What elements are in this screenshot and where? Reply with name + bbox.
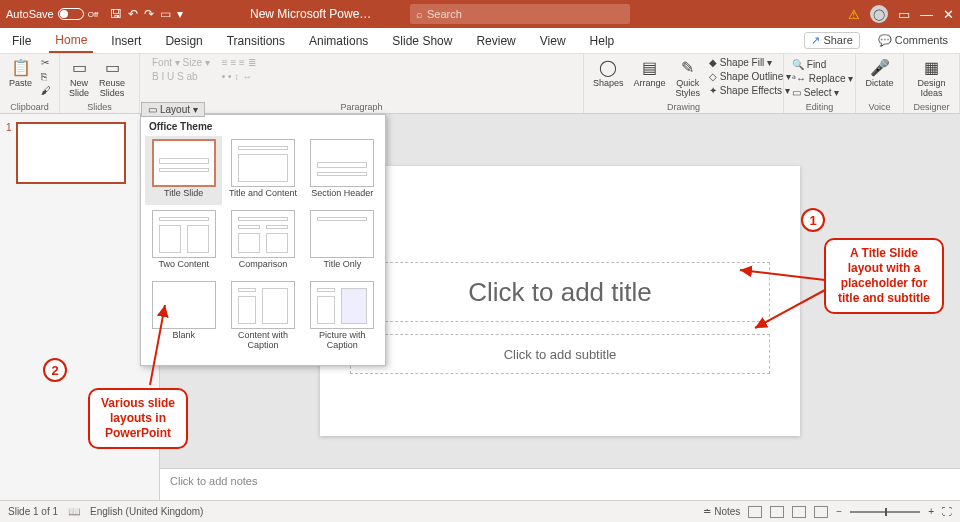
close-icon[interactable]: ✕	[943, 7, 954, 22]
find-button[interactable]: 🔍 Find	[790, 58, 849, 71]
normal-view-button[interactable]	[748, 506, 762, 518]
group-drawing-label: Drawing	[590, 102, 777, 113]
search-icon: ⌕	[416, 8, 423, 20]
arrange-button[interactable]: ▤Arrange	[631, 56, 669, 90]
shape-effects-button[interactable]: ✦ Shape Effects ▾	[707, 84, 793, 97]
undo-icon[interactable]: ↶	[128, 7, 138, 21]
zoom-in-button[interactable]: +	[928, 506, 934, 517]
tab-transitions[interactable]: Transitions	[221, 30, 291, 52]
document-title: New Microsoft Powe…	[250, 7, 371, 21]
tab-insert[interactable]: Insert	[105, 30, 147, 52]
layout-button[interactable]: ▭ Layout ▾	[141, 102, 205, 117]
share-button[interactable]: ↗ Share	[804, 32, 859, 49]
tab-file[interactable]: File	[6, 30, 37, 52]
replace-button[interactable]: ᵃ↔ Replace ▾	[790, 72, 849, 85]
arrange-icon: ▤	[642, 58, 657, 77]
callout-badge-1: 1	[801, 208, 825, 232]
layout-dropdown: ▭ Layout ▾ Office Theme Title Slide Titl…	[140, 114, 386, 366]
title-bar: AutoSave Off 🖫 ↶ ↷ ▭ ▾ New Microsoft Pow…	[0, 0, 960, 28]
reuse-slides-button[interactable]: ▭ Reuse Slides	[96, 56, 128, 100]
layout-two-content[interactable]: Two Content	[145, 207, 222, 276]
tab-slideshow[interactable]: Slide Show	[386, 30, 458, 52]
autosave-toggle[interactable]: AutoSave Off	[6, 8, 98, 20]
cut-button[interactable]: ✂	[39, 56, 53, 69]
tab-view[interactable]: View	[534, 30, 572, 52]
zoom-slider[interactable]	[850, 511, 920, 513]
slide-indicator: Slide 1 of 1	[8, 506, 58, 517]
mic-icon: 🎤	[870, 58, 890, 77]
group-designer-label: Designer	[910, 102, 953, 113]
new-slide-icon: ▭	[72, 58, 87, 77]
zoom-out-button[interactable]: −	[836, 506, 842, 517]
layout-comparison[interactable]: Comparison	[224, 207, 301, 276]
format-painter-button[interactable]: 🖌	[39, 84, 53, 97]
callout-2: Various slide layouts in PowerPoint	[88, 388, 188, 449]
minimize-icon[interactable]: —	[920, 7, 933, 22]
status-bar: Slide 1 of 1 📖 English (United Kingdom) …	[0, 500, 960, 522]
ribbon-display-icon[interactable]: ▭	[898, 7, 910, 22]
tab-home[interactable]: Home	[49, 29, 93, 53]
redo-icon[interactable]: ↷	[144, 7, 154, 21]
save-icon[interactable]: 🖫	[110, 7, 122, 21]
new-slide-button[interactable]: ▭ New Slide	[66, 56, 92, 100]
layout-content-with-caption[interactable]: Content with Caption	[224, 278, 301, 357]
layout-title-slide[interactable]: Title Slide	[145, 136, 222, 205]
notes-pane[interactable]: Click to add notes	[160, 468, 960, 500]
layout-title-and-content[interactable]: Title and Content	[224, 136, 301, 205]
reuse-slides-icon: ▭	[105, 58, 120, 77]
search-input[interactable]: ⌕ Search	[410, 4, 630, 24]
qat-more-icon[interactable]: ▾	[177, 7, 183, 21]
slide: Click to add title Click to add subtitle	[320, 166, 800, 436]
group-voice-label: Voice	[862, 102, 897, 113]
warning-icon[interactable]: ⚠	[848, 7, 860, 22]
group-paragraph-label: Paragraph	[146, 102, 577, 113]
title-placeholder[interactable]: Click to add title	[350, 262, 770, 322]
layout-title-only[interactable]: Title Only	[304, 207, 381, 276]
callout-1: A Title Slide layout with a placeholder …	[824, 238, 944, 314]
quick-styles-icon: ✎	[681, 58, 694, 77]
layout-picture-with-caption[interactable]: Picture with Caption	[304, 278, 381, 357]
reading-view-button[interactable]	[792, 506, 806, 518]
ribbon: 📋 Paste ✂ ⎘ 🖌 Clipboard ▭ New Slide ▭ Re…	[0, 54, 960, 114]
comments-button[interactable]: 💬 Comments	[872, 33, 954, 48]
menu-bar: File Home Insert Design Transitions Anim…	[0, 28, 960, 54]
select-button[interactable]: ▭ Select ▾	[790, 86, 849, 99]
slideshow-view-button[interactable]	[814, 506, 828, 518]
fit-to-window-button[interactable]: ⛶	[942, 506, 952, 517]
layout-blank[interactable]: Blank	[145, 278, 222, 357]
design-ideas-icon: ▦	[924, 58, 939, 77]
dictate-button[interactable]: 🎤Dictate	[862, 56, 897, 90]
quick-styles-button[interactable]: ✎Quick Styles	[673, 56, 704, 100]
layout-theme-label: Office Theme	[145, 119, 381, 136]
tab-review[interactable]: Review	[470, 30, 521, 52]
copy-button[interactable]: ⎘	[39, 70, 53, 83]
shape-outline-button[interactable]: ◇ Shape Outline ▾	[707, 70, 793, 83]
paste-button[interactable]: 📋 Paste	[6, 56, 35, 90]
account-avatar[interactable]: ◯	[870, 5, 888, 23]
shapes-icon: ◯	[599, 58, 617, 77]
slidesorter-view-button[interactable]	[770, 506, 784, 518]
slide-thumbnail-1[interactable]	[16, 122, 126, 184]
tab-animations[interactable]: Animations	[303, 30, 374, 52]
notes-toggle[interactable]: ≐ Notes	[703, 506, 740, 517]
callout-badge-2: 2	[43, 358, 67, 382]
design-ideas-button[interactable]: ▦Design Ideas	[910, 56, 953, 100]
thumb-number: 1	[6, 122, 12, 133]
language-indicator[interactable]: English (United Kingdom)	[90, 506, 203, 517]
shapes-button[interactable]: ◯Shapes	[590, 56, 627, 90]
clipboard-icon: 📋	[11, 58, 31, 77]
spellcheck-icon[interactable]: 📖	[68, 506, 80, 517]
group-slides-label: Slides	[66, 102, 133, 113]
group-clipboard-label: Clipboard	[6, 102, 53, 113]
tab-help[interactable]: Help	[584, 30, 621, 52]
subtitle-placeholder[interactable]: Click to add subtitle	[350, 334, 770, 374]
layout-section-header[interactable]: Section Header	[304, 136, 381, 205]
start-slideshow-icon[interactable]: ▭	[160, 7, 171, 21]
group-editing-label: Editing	[790, 102, 849, 113]
tab-design[interactable]: Design	[159, 30, 208, 52]
shape-fill-button[interactable]: ◆ Shape Fill ▾	[707, 56, 793, 69]
